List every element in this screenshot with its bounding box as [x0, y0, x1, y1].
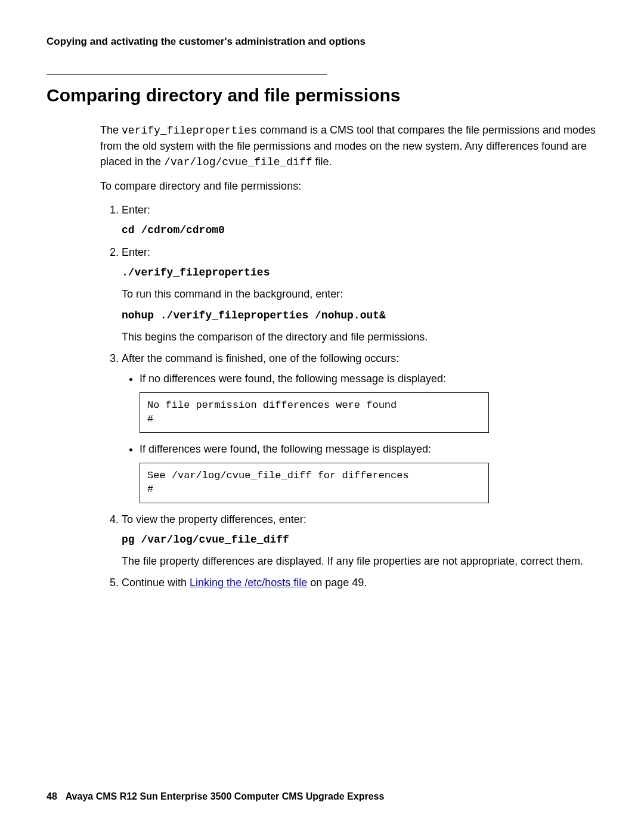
- step-1: Enter: cd /cdrom/cdrom0: [122, 202, 597, 238]
- step-text: After the command is finished, one of th…: [122, 352, 399, 364]
- step-text: Enter:: [122, 204, 150, 216]
- output-box: No file permission differences were foun…: [140, 392, 489, 433]
- step-3: After the command is finished, one of th…: [122, 351, 597, 503]
- step-4: To view the property differences, enter:…: [122, 512, 597, 569]
- section-divider: [47, 74, 327, 75]
- text: The: [100, 124, 122, 136]
- output-box: See /var/log/cvue_file_diff for differen…: [140, 463, 489, 503]
- step-list: Enter: cd /cdrom/cdrom0 Enter: ./verify_…: [100, 202, 597, 590]
- running-header: Copying and activating the customer's ad…: [47, 36, 597, 48]
- inline-path: /var/log/cvue_file_diff: [164, 156, 312, 168]
- step-note: The file property differences are displa…: [122, 553, 597, 569]
- command: nohup ./verify_fileproperties /nohup.out…: [122, 308, 597, 323]
- step-2: Enter: ./verify_fileproperties To run th…: [122, 244, 597, 345]
- bullet-text: If no differences were found, the follow…: [140, 373, 446, 385]
- step-text: Enter:: [122, 246, 150, 258]
- text: file.: [312, 156, 332, 168]
- inline-command: verify_fileproperties: [122, 125, 257, 137]
- text: Continue with: [122, 577, 190, 589]
- page: Copying and activating the customer's ad…: [0, 0, 644, 833]
- sub-bullets: If no differences were found, the follow…: [122, 371, 597, 503]
- step-note: This begins the comparison of the direct…: [122, 329, 597, 345]
- page-number: 48: [47, 791, 57, 801]
- step-5: Continue with Linking the /etc/hosts fil…: [122, 575, 597, 590]
- command: pg /var/log/cvue_file_diff: [122, 532, 597, 547]
- step-note: To run this command in the background, e…: [122, 286, 597, 302]
- text: on page 49.: [307, 577, 367, 589]
- bullet-text: If differences were found, the following…: [140, 443, 431, 455]
- command: cd /cdrom/cdrom0: [122, 222, 597, 238]
- section-title: Comparing directory and file permissions: [47, 85, 597, 106]
- lead-in: To compare directory and file permission…: [100, 178, 597, 194]
- page-footer: 48 Avaya CMS R12 Sun Enterprise 3500 Com…: [47, 791, 384, 802]
- bullet-diff: If differences were found, the following…: [140, 441, 597, 503]
- step-text: To view the property differences, enter:: [122, 513, 306, 525]
- bullet-no-diff: If no differences were found, the follow…: [140, 371, 597, 433]
- body-content: The verify_fileproperties command is a C…: [100, 122, 597, 590]
- command: ./verify_fileproperties: [122, 265, 597, 280]
- cross-reference-link[interactable]: Linking the /etc/hosts file: [190, 577, 307, 589]
- intro-paragraph: The verify_fileproperties command is a C…: [100, 122, 597, 170]
- doc-title: Avaya CMS R12 Sun Enterprise 3500 Comput…: [66, 791, 385, 801]
